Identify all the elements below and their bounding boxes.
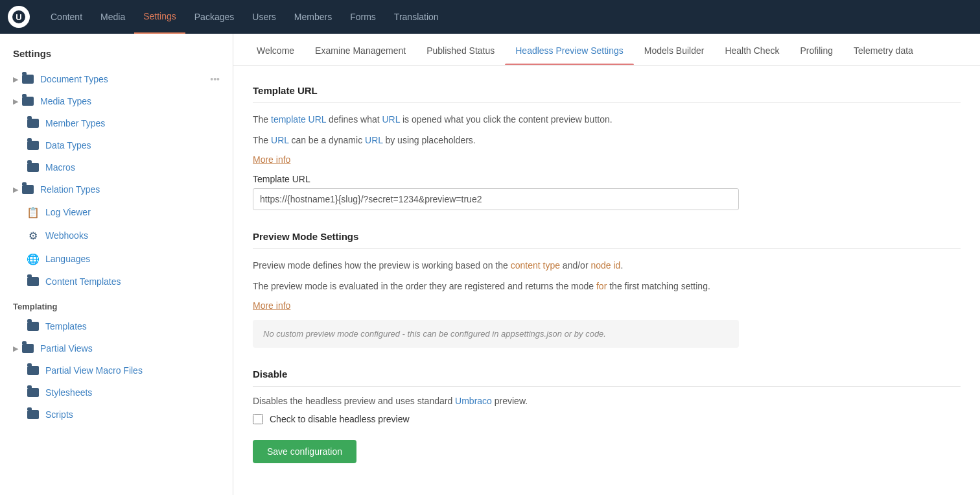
nav-content[interactable]: Content	[41, 0, 91, 34]
sidebar-item-member-types[interactable]: Member Types	[0, 112, 233, 134]
nav-settings[interactable]: Settings	[134, 0, 185, 34]
sidebar-item-label: Log Viewer	[45, 207, 220, 217]
folder-icon	[27, 366, 39, 375]
globe-icon: 🌐	[27, 253, 39, 265]
folder-icon	[27, 277, 39, 286]
page-content: Template URL The template URL defines wh…	[233, 66, 980, 495]
folder-icon	[27, 163, 39, 172]
sidebar-item-scripts[interactable]: Scripts	[0, 404, 233, 426]
preview-mode-section: Preview Mode Settings Preview mode defin…	[253, 231, 961, 348]
highlight-umbraco: Umbraco	[455, 396, 492, 406]
folder-icon	[27, 322, 39, 331]
disable-section: Disable Disables the headless preview an…	[253, 368, 961, 463]
disable-checkbox-label: Check to disable headless preview	[270, 414, 410, 424]
disable-desc: Disables the headless preview and uses s…	[253, 396, 961, 406]
sidebar-item-content-templates[interactable]: Content Templates	[0, 271, 233, 293]
chevron-right-icon: ▶	[13, 97, 18, 106]
preview-mode-desc2: The preview mode is evaluated in the ord…	[253, 279, 961, 293]
sidebar-section-title: Templating	[0, 293, 233, 315]
sidebar-item-macros[interactable]: Macros	[0, 156, 233, 178]
chevron-right-icon: ▶	[13, 186, 18, 194]
tab-welcome[interactable]: Welcome	[246, 34, 305, 65]
sidebar-item-relation-types[interactable]: ▶ Relation Types	[0, 178, 233, 200]
sidebar-item-document-types[interactable]: ▶ Document Types •••	[0, 68, 233, 90]
template-url-desc1: The template URL defines what URL is ope…	[253, 112, 961, 127]
sidebar-item-webhooks[interactable]: ⚙ Webhooks	[0, 224, 233, 247]
preview-mode-info-box: No custom preview mode configured - this…	[253, 320, 739, 348]
preview-mode-more-info[interactable]: More info	[253, 300, 290, 311]
highlight-content-type: content type	[511, 260, 560, 271]
highlight-url1: URL	[309, 114, 327, 125]
sidebar-item-label: Partial View Macro Files	[45, 365, 220, 376]
folder-icon	[27, 141, 39, 150]
tabs-bar: Welcome Examine Management Published Sta…	[233, 34, 980, 66]
sidebar-item-label: Content Templates	[45, 276, 220, 287]
sidebar-item-label: Member Types	[45, 118, 220, 128]
folder-icon	[27, 410, 39, 419]
sidebar-item-log-viewer[interactable]: 📋 Log Viewer	[0, 200, 233, 224]
more-options-icon[interactable]: •••	[210, 74, 220, 84]
sidebar-item-label: Webhooks	[45, 230, 220, 241]
template-url-desc2: The URL can be a dynamic URL by using pl…	[253, 133, 961, 147]
webhook-icon: ⚙	[27, 230, 39, 241]
tab-models-builder[interactable]: Models Builder	[634, 34, 715, 65]
sidebar-item-partial-views[interactable]: ▶ Partial Views	[0, 337, 233, 359]
chevron-right-icon: ▶	[13, 75, 18, 84]
nav-members[interactable]: Members	[285, 0, 341, 34]
highlight-url4: URL	[365, 135, 383, 145]
save-configuration-button[interactable]: Save configuration	[253, 440, 356, 463]
highlight-url2: URL	[382, 114, 401, 125]
folder-icon	[22, 344, 34, 353]
tab-profiling[interactable]: Profiling	[789, 34, 843, 65]
sidebar-item-templates[interactable]: Templates	[0, 315, 233, 337]
preview-mode-desc1: Preview mode defines how the preview is …	[253, 258, 961, 272]
folder-icon	[27, 119, 39, 128]
sidebar-item-label: Templates	[45, 321, 220, 332]
sidebar-item-label: Scripts	[45, 409, 220, 420]
sidebar-item-label: Stylesheets	[45, 387, 220, 398]
folder-icon	[22, 185, 34, 194]
tab-telemetry-data[interactable]: Telemetry data	[843, 34, 924, 65]
nav-users[interactable]: Users	[243, 0, 285, 34]
preview-mode-title: Preview Mode Settings	[253, 231, 961, 249]
sidebar-item-partial-view-macro-files[interactable]: Partial View Macro Files	[0, 359, 233, 381]
template-url-input[interactable]	[253, 188, 739, 210]
sidebar-item-stylesheets[interactable]: Stylesheets	[0, 381, 233, 404]
highlight-template: template	[271, 114, 306, 125]
tab-published-status[interactable]: Published Status	[416, 34, 505, 65]
sidebar-item-media-types[interactable]: ▶ Media Types	[0, 90, 233, 112]
nav-packages[interactable]: Packages	[185, 0, 243, 34]
nav-translation[interactable]: Translation	[385, 0, 448, 34]
tab-headless-preview-settings[interactable]: Headless Preview Settings	[505, 34, 634, 65]
log-icon: 📋	[27, 206, 39, 218]
highlight-url3: URL	[271, 135, 289, 145]
template-url-more-info[interactable]: More info	[253, 154, 290, 165]
disable-checkbox[interactable]	[253, 414, 263, 424]
sidebar-item-label: Data Types	[45, 140, 220, 151]
sidebar-item-data-types[interactable]: Data Types	[0, 134, 233, 156]
main-layout: Settings ▶ Document Types ••• ▶ Media Ty…	[0, 34, 980, 495]
tab-health-check[interactable]: Health Check	[714, 34, 789, 65]
logo[interactable]	[8, 6, 30, 28]
sidebar: Settings ▶ Document Types ••• ▶ Media Ty…	[0, 34, 233, 495]
nav-forms[interactable]: Forms	[341, 0, 385, 34]
chevron-right-icon: ▶	[13, 344, 18, 353]
folder-icon	[22, 75, 34, 84]
folder-icon	[22, 97, 34, 106]
content-area: Welcome Examine Management Published Sta…	[233, 34, 980, 495]
tab-examine-management[interactable]: Examine Management	[305, 34, 416, 65]
sidebar-item-languages[interactable]: 🌐 Languages	[0, 247, 233, 271]
sidebar-item-label: Partial Views	[40, 343, 220, 354]
disable-checkbox-row: Check to disable headless preview	[253, 414, 961, 424]
sidebar-item-label: Document Types	[40, 74, 207, 84]
sidebar-item-label: Languages	[45, 254, 220, 264]
top-nav: Content Media Settings Packages Users Me…	[0, 0, 980, 34]
highlight-for: for	[596, 281, 607, 291]
disable-title: Disable	[253, 368, 961, 387]
sidebar-title: Settings	[0, 42, 233, 68]
highlight-node-id: node id	[590, 260, 620, 271]
sidebar-item-label: Relation Types	[40, 184, 220, 195]
template-url-title: Template URL	[253, 85, 961, 103]
nav-media[interactable]: Media	[91, 0, 134, 34]
template-url-field-label: Template URL	[253, 174, 961, 184]
